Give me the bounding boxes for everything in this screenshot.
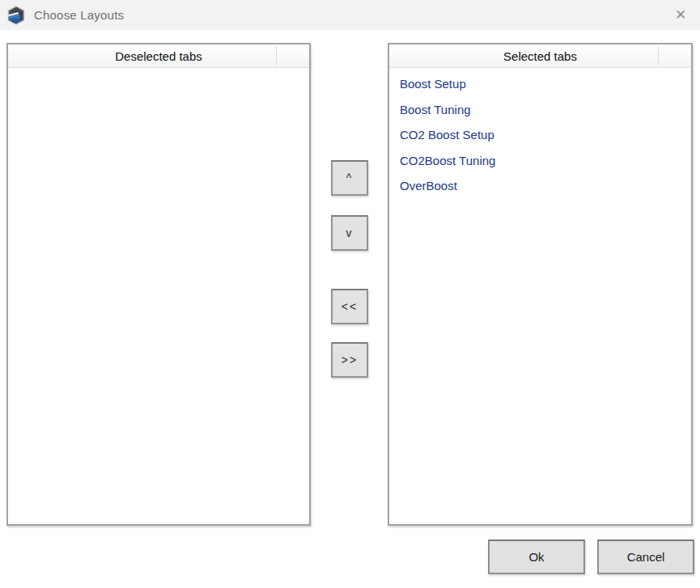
deselected-tabs-list <box>8 68 309 71</box>
close-button[interactable]: ✕ <box>661 0 700 30</box>
app-logo-icon <box>6 6 26 25</box>
selected-tabs-panel: Selected tabs Boost SetupBoost TuningCO2… <box>388 43 693 526</box>
close-icon: ✕ <box>675 8 686 22</box>
deselected-tabs-column-header[interactable]: Deselected tabs <box>8 44 309 68</box>
move-to-deselected-button[interactable]: << <box>331 289 368 324</box>
cancel-button[interactable]: Cancel <box>597 539 694 574</box>
move-to-selected-button[interactable]: >> <box>331 342 368 378</box>
list-item[interactable]: Boost Setup <box>389 71 691 97</box>
list-item[interactable]: CO2Boost Tuning <box>389 148 691 174</box>
selected-tabs-header-label: Selected tabs <box>503 49 577 63</box>
list-item[interactable]: Boost Tuning <box>389 97 691 123</box>
selected-tabs-list: Boost SetupBoost TuningCO2 Boost SetupCO… <box>389 68 691 199</box>
move-down-button[interactable]: v <box>331 215 368 251</box>
deselected-tabs-panel: Deselected tabs <box>6 43 311 526</box>
choose-layouts-dialog: Choose Layouts ✕ Deselected tabs Selecte… <box>0 0 700 588</box>
titlebar: Choose Layouts ✕ <box>0 0 700 30</box>
deselected-tabs-header-label: Deselected tabs <box>115 49 202 63</box>
selected-tabs-column-header[interactable]: Selected tabs <box>389 44 691 68</box>
list-item[interactable]: OverBoost <box>389 173 691 199</box>
ok-button[interactable]: Ok <box>488 539 585 574</box>
window-title: Choose Layouts <box>34 8 124 22</box>
header-column-separator <box>276 46 277 66</box>
move-up-button[interactable]: ^ <box>331 160 368 196</box>
list-item[interactable]: CO2 Boost Setup <box>389 122 691 148</box>
header-column-separator <box>658 46 659 66</box>
